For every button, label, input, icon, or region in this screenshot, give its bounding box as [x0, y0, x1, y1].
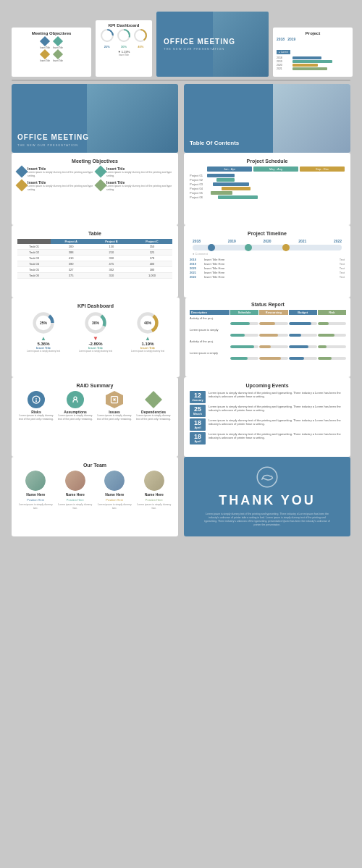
- top-preview-strip: Meeting Objectives Insert Title Insert T…: [12, 12, 350, 77]
- kpi-pct-3: 40%: [134, 45, 147, 49]
- member-desc-1: Lorem ipsum is simply dummy two.: [17, 503, 54, 510]
- kpi-trend-3: ▲: [131, 335, 164, 342]
- raid-desc-1: Lorem ipsum is simply dummy text of the …: [17, 414, 55, 421]
- raid-issues: Issues Lorem ipsum is simply dummy text …: [96, 391, 133, 421]
- thank-you-subtitle: Lorem ipsum is simply dummy text of the …: [202, 513, 332, 528]
- team-member-2: Name Here Position Here Lorem ipsum is s…: [57, 471, 94, 510]
- event-month-2: March: [191, 413, 204, 416]
- hero-main-title: OFFICE MEETING: [17, 133, 172, 142]
- kpi-desc-3: Lorem ipsum is simply dummy text: [131, 350, 164, 353]
- status-h-risk: Risk: [318, 310, 346, 315]
- member-name-2: Name Here: [66, 492, 85, 497]
- slide-row-4: KPI Dashboard 25% ▲ 5.36% Insert Title L…: [12, 298, 350, 377]
- toc-slide[interactable]: Table Of Contents: [184, 84, 350, 153]
- member-desc-3: Lorem ipsum is simply dummy two.: [96, 503, 133, 510]
- project-timeline-slide[interactable]: Project Timeline 2018 2019 2020 2021 202…: [184, 225, 350, 298]
- tl-entry-val-3: Text: [340, 266, 345, 270]
- tl-entry-4: Insert Title Here: [204, 271, 338, 274]
- raid-dependencies: Dependencies Lorem ipsum is simply dummy…: [135, 391, 172, 421]
- tl-entry-5: Insert Title Here: [204, 275, 338, 279]
- status-h-budget: Budget: [289, 310, 317, 315]
- toc-title: Table Of Contents: [190, 140, 267, 147]
- tl-year-3: 2020: [263, 239, 271, 243]
- team-title: Our Team: [17, 463, 172, 468]
- handshake-icon: [256, 466, 278, 489]
- meeting-objectives-slide[interactable]: Meeting Objectives Insert Title Lorem ip…: [12, 153, 178, 225]
- donut-pct-1: 25%: [40, 321, 47, 325]
- member-pos-1: Position Here: [27, 498, 44, 502]
- team-member-3: Name Here Position Here Lorem ipsum is s…: [96, 471, 133, 510]
- tl-entry-3: Insert Title Here: [204, 266, 338, 270]
- thank-you-title: THANK YOU: [219, 493, 316, 508]
- event-text-2: Lorem ipsum is simply dummy text of the …: [209, 405, 345, 412]
- avatar-3: [104, 471, 125, 491]
- raid-slide[interactable]: RAID Summary Risks Lorem ipsum is simply…: [12, 377, 178, 457]
- kpi-dashboard-slide[interactable]: KPI Dashboard 25% ▲ 5.36% Insert Title L…: [12, 298, 180, 377]
- event-text-1: Lorem ipsum is simply dummy text of the …: [209, 391, 345, 398]
- table-slide[interactable]: Table Project A Project B Project C Task…: [12, 225, 178, 298]
- raid-desc-4: Lorem ipsum is simply dummy text of the …: [135, 414, 172, 421]
- raid-risks: Risks Lorem ipsum is simply dummy text o…: [17, 391, 55, 421]
- table-col-blank: [17, 239, 51, 244]
- table-row: Task 04 390 475 400: [17, 261, 172, 267]
- slide-row-2: Meeting Objectives Insert Title Lorem ip…: [12, 153, 350, 225]
- member-name-3: Name Here: [105, 492, 124, 497]
- tl-comment: ● Comment: [193, 252, 345, 256]
- event-4: 18 April Lorem ipsum is simply dummy tex…: [190, 432, 345, 444]
- event-month-3: April: [191, 426, 204, 429]
- table-title: Table: [17, 231, 172, 236]
- status-row-3-label: Activity of the proj.: [190, 340, 346, 343]
- avatar-4: [144, 471, 164, 491]
- member-pos-4: Position Here: [146, 498, 163, 502]
- preview-hero[interactable]: OFFICE MEETING THE NEW OUR PRESENTATION: [156, 12, 269, 77]
- hero-slide[interactable]: OFFICE MEETING THE NEW OUR PRESENTATION: [12, 84, 178, 153]
- kpi-pct-1: 25%: [101, 45, 114, 49]
- member-desc-2: Lorem ipsum is simply dummy two.: [57, 503, 94, 510]
- kpi-label-preview: Insert Title: [98, 54, 149, 56]
- obj-item3-text: Lorem ipsum is simply dummy text of the …: [28, 185, 93, 191]
- preview-meeting-objectives[interactable]: Meeting Objectives Insert Title Insert T…: [12, 28, 91, 77]
- obj-item1-text: Lorem ipsum is simply dummy text of the …: [28, 171, 93, 177]
- table-row: Task 02 388 210 125: [17, 250, 172, 256]
- schedule-title: Project Schedule: [190, 159, 345, 164]
- period-1: Jan - Apr: [207, 167, 252, 172]
- event-month-4: April: [191, 440, 204, 443]
- event-3: 18 April Lorem ipsum is simply dummy tex…: [190, 418, 345, 431]
- status-h-res: Resourcing: [259, 310, 287, 315]
- preview-project[interactable]: Project 2018 2019 ● Current 2018 2019 20…: [273, 28, 353, 77]
- raid-title: RAID Summary: [17, 383, 172, 388]
- status-row-2-label: Lorem ipsum is simply: [190, 328, 346, 332]
- data-table: Project A Project B Project C Task 01 20…: [17, 239, 172, 279]
- tl-entry-val-5: Text: [340, 275, 345, 279]
- tl-year-4: 2021: [298, 239, 306, 243]
- project-schedule-slide[interactable]: Project Schedule Jan - Apr May - Aug Sep…: [184, 153, 350, 225]
- events-title: Upcoming Events: [190, 383, 345, 388]
- team-member-4: Name Here Position Here Lorem ipsum is s…: [136, 471, 173, 510]
- table-row: Task 06 375 310 1,000: [17, 273, 172, 279]
- proj-current: ● Current: [277, 50, 290, 54]
- tl-year-2: 2019: [228, 239, 236, 243]
- upcoming-events-slide[interactable]: Upcoming Events 12 January Lorem ipsum i…: [184, 377, 350, 457]
- preview-obj-text4: Insert Title: [53, 59, 63, 62]
- status-h-sched: Schedule: [230, 310, 258, 315]
- tl-entry-val-2: Text: [340, 262, 345, 266]
- obj-item2-text: Lorem ipsum is simply dummy text of the …: [106, 171, 172, 177]
- status-row-1-label: Activity of the proj.: [190, 316, 346, 320]
- slide-row-1: OFFICE MEETING THE NEW OUR PRESENTATION …: [12, 84, 350, 153]
- hero-title-preview: OFFICE MEETING: [164, 38, 261, 46]
- raid-desc-3: Lorem ipsum is simply dummy text of the …: [96, 414, 133, 421]
- tl-year-5: 2022: [334, 239, 342, 243]
- donut-pct-3: 40%: [144, 321, 151, 325]
- kpi-trend-2: ▼: [79, 335, 112, 342]
- preview-title-1: Meeting Objectives: [15, 31, 88, 35]
- status-report-slide[interactable]: Status Report Description Schedule Resou…: [185, 298, 350, 377]
- proj-year1: 2018: [277, 37, 285, 41]
- thank-you-slide[interactable]: THANK YOU Lorem ipsum is simply dummy te…: [184, 457, 350, 536]
- slide-row-5: RAID Summary Risks Lorem ipsum is simply…: [12, 377, 350, 457]
- member-pos-2: Position Here: [67, 498, 84, 502]
- preview-kpi[interactable]: KPI Dashboard 25% 30%: [96, 20, 152, 77]
- raid-desc-2: Lorem ipsum is simply dummy text of the …: [56, 414, 94, 421]
- team-slide[interactable]: Our Team Name Here Position Here Lorem i…: [12, 457, 178, 536]
- donut-pct-2: 30%: [92, 321, 99, 325]
- hero-main-subtitle: THE NEW OUR PRESENTATION: [17, 143, 172, 147]
